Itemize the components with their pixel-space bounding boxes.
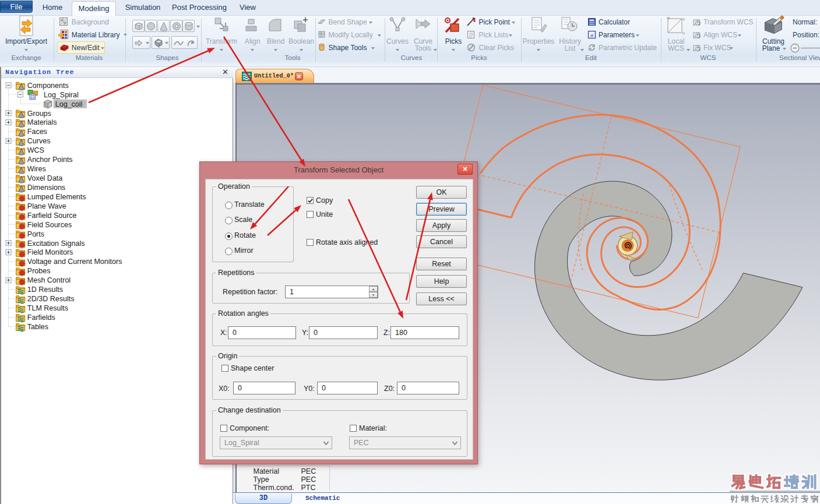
svg-text:1D Results: 1D Results <box>27 286 63 294</box>
svg-text:Excitation Signals: Excitation Signals <box>27 239 85 248</box>
svg-text:Farfield Source: Farfield Source <box>27 212 77 220</box>
svg-text:Field Sources: Field Sources <box>27 221 72 229</box>
svg-text:Materials: Materials <box>27 118 57 126</box>
svg-text:Curves: Curves <box>27 137 51 145</box>
svg-text:a: a <box>590 32 593 38</box>
svg-text:Voxel Data: Voxel Data <box>27 174 63 182</box>
svg-text:Faces: Faces <box>27 128 47 136</box>
svg-text:Wires: Wires <box>27 165 46 173</box>
svg-text:w: w <box>666 16 670 20</box>
svg-text:Farfields: Farfields <box>27 313 55 322</box>
svg-text:Mesh Control: Mesh Control <box>27 276 71 284</box>
svg-text:2D/3D Results: 2D/3D Results <box>27 295 75 303</box>
svg-text:Ports: Ports <box>27 230 44 238</box>
svg-text:Voltage and Current Monitors: Voltage and Current Monitors <box>27 258 122 266</box>
svg-text:Components: Components <box>27 82 69 90</box>
svg-text:Groups: Groups <box>27 110 51 118</box>
svg-text:Probes: Probes <box>27 267 51 275</box>
svg-text:TLM Results: TLM Results <box>27 304 68 312</box>
svg-text:Log_Spiral: Log_Spiral <box>44 91 79 99</box>
svg-text:Field Monitors: Field Monitors <box>27 248 73 256</box>
svg-text:Log_coil: Log_coil <box>55 100 83 108</box>
svg-text:Lumped Elements: Lumped Elements <box>27 193 86 201</box>
svg-text:Anchor Points: Anchor Points <box>27 156 73 164</box>
svg-text:Tables: Tables <box>27 323 48 331</box>
svg-text:Plane Wave: Plane Wave <box>27 202 66 210</box>
svg-text:Dimensions: Dimensions <box>27 184 65 192</box>
svg-text:u: u <box>682 31 685 35</box>
svg-text:u: u <box>682 17 685 21</box>
svg-text:WCS: WCS <box>27 146 44 154</box>
